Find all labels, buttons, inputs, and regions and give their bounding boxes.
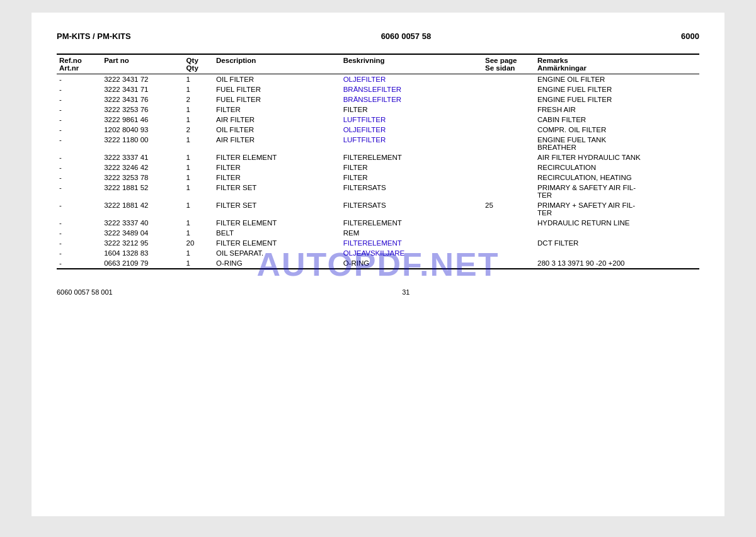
cell-qty: 1 bbox=[184, 105, 214, 115]
cell-dash: - bbox=[57, 115, 101, 125]
cell-qty: 1 bbox=[184, 258, 214, 269]
cell-dash: - bbox=[57, 172, 101, 183]
cell-qty: 1 bbox=[184, 200, 214, 218]
cell-description: OIL SEPARAT. bbox=[214, 248, 341, 258]
table-row: - 3222 3212 95 20 FILTER ELEMENT FILTERE… bbox=[57, 238, 699, 248]
cell-dash: - bbox=[57, 218, 101, 228]
table-row: - 3222 3431 72 1 OIL FILTER OLJEFILTER E… bbox=[57, 74, 699, 85]
cell-artno: 3222 3253 78 bbox=[101, 172, 183, 183]
table-row: - 3222 1881 42 1 FILTER SET FILTERSATS 2… bbox=[57, 200, 699, 218]
cell-description: FILTER bbox=[214, 105, 341, 115]
cell-beskrivning: FILTERSATS bbox=[341, 183, 483, 200]
table-row: - 3222 3246 42 1 FILTER FILTER RECIRCULA… bbox=[57, 162, 699, 172]
cell-description: FILTER SET bbox=[214, 183, 341, 200]
cell-description: FILTER ELEMENT bbox=[214, 238, 341, 248]
cell-qty: 1 bbox=[184, 228, 214, 238]
cell-qty: 1 bbox=[184, 248, 214, 258]
cell-seepage bbox=[483, 94, 535, 105]
cell-remarks bbox=[535, 248, 699, 258]
table-row: - 3222 3253 78 1 FILTER FILTER RECIRCULA… bbox=[57, 172, 699, 183]
cell-artno: 1202 8040 93 bbox=[101, 125, 183, 135]
table-row: - 3222 3337 40 1 FILTER ELEMENT FILTEREL… bbox=[57, 218, 699, 228]
cell-description: FILTER bbox=[214, 162, 341, 172]
cell-dash: - bbox=[57, 162, 101, 172]
cell-seepage bbox=[483, 115, 535, 125]
cell-artno: 1604 1328 83 bbox=[101, 248, 183, 258]
cell-seepage bbox=[483, 218, 535, 228]
cell-artno: 3222 1180 00 bbox=[101, 135, 183, 152]
cell-qty: 1 bbox=[184, 115, 214, 125]
cell-artno: 3222 3246 42 bbox=[101, 162, 183, 172]
cell-description: FILTER ELEMENT bbox=[214, 218, 341, 228]
cell-artno: 3222 3337 41 bbox=[101, 152, 183, 162]
cell-seepage bbox=[483, 84, 535, 94]
cell-dash: - bbox=[57, 74, 101, 85]
table-row: - 3222 3489 04 1 BELT REM bbox=[57, 228, 699, 238]
footer: 6060 0057 58 001 31 bbox=[57, 288, 699, 296]
cell-description: OIL FILTER bbox=[214, 125, 341, 135]
cell-seepage bbox=[483, 152, 535, 162]
cell-remarks: FRESH AIR bbox=[535, 105, 699, 115]
cell-dash: - bbox=[57, 135, 101, 152]
cell-seepage bbox=[483, 162, 535, 172]
table-row: - 3222 3431 76 2 FUEL FILTER BRÄNSLEFILT… bbox=[57, 94, 699, 105]
table-row: - 1202 8040 93 2 OIL FILTER OLJEFILTER C… bbox=[57, 125, 699, 135]
cell-artno: 3222 3212 95 bbox=[101, 238, 183, 248]
cell-remarks: 280 3 13 3971 90 -20 +200 bbox=[535, 258, 699, 269]
table-row: - 3222 3337 41 1 FILTER ELEMENT FILTEREL… bbox=[57, 152, 699, 162]
col-header-beskrivning: Beskrivning bbox=[341, 54, 483, 74]
cell-beskrivning: LUFTFILTER bbox=[341, 115, 483, 125]
cell-dash: - bbox=[57, 94, 101, 105]
table-row: - 0663 2109 79 1 O-RING O-RING 280 3 13 … bbox=[57, 258, 699, 269]
cell-beskrivning: FILTERELEMENT bbox=[341, 152, 483, 162]
cell-artno: 0663 2109 79 bbox=[101, 258, 183, 269]
cell-beskrivning: FILTER bbox=[341, 162, 483, 172]
footer-left: 6060 0057 58 001 bbox=[57, 288, 113, 296]
cell-remarks: COMPR. OIL FILTER bbox=[535, 125, 699, 135]
cell-description: FUEL FILTER bbox=[214, 84, 341, 94]
cell-description: BELT bbox=[214, 228, 341, 238]
cell-beskrivning: BRÄNSLEFILTER bbox=[341, 84, 483, 94]
cell-dash: - bbox=[57, 200, 101, 218]
cell-beskrivning: O-RING bbox=[341, 258, 483, 269]
cell-artno: 3222 3489 04 bbox=[101, 228, 183, 238]
col-header-refno: Ref.no Art.nr bbox=[57, 54, 101, 74]
cell-remarks: ENGINE OIL FILTER bbox=[535, 74, 699, 85]
cell-remarks bbox=[535, 228, 699, 238]
cell-remarks: HYDRAULIC RETURN LINE bbox=[535, 218, 699, 228]
table-row: - 3222 9861 46 1 AIR FILTER LUFTFILTER C… bbox=[57, 115, 699, 125]
cell-artno: 3222 1881 42 bbox=[101, 200, 183, 218]
cell-qty: 1 bbox=[184, 172, 214, 183]
header-title: PM-KITS / PM-KITS bbox=[57, 31, 131, 41]
cell-seepage bbox=[483, 183, 535, 200]
cell-qty: 1 bbox=[184, 162, 214, 172]
cell-beskrivning: REM bbox=[341, 228, 483, 238]
cell-remarks: DCT FILTER bbox=[535, 238, 699, 248]
header-number: 6000 bbox=[681, 31, 699, 41]
cell-dash: - bbox=[57, 105, 101, 115]
cell-description: O-RING bbox=[214, 258, 341, 269]
cell-qty: 2 bbox=[184, 125, 214, 135]
cell-dash: - bbox=[57, 125, 101, 135]
cell-seepage bbox=[483, 125, 535, 135]
cell-beskrivning: LUFTFILTER bbox=[341, 135, 483, 152]
cell-description: AIR FILTER bbox=[214, 135, 341, 152]
cell-qty: 1 bbox=[184, 135, 214, 152]
cell-qty: 2 bbox=[184, 94, 214, 105]
table-row: - 3222 3431 71 1 FUEL FILTER BRÄNSLEFILT… bbox=[57, 84, 699, 94]
cell-remarks: ENGINE FUEL TANKBREATHER bbox=[535, 135, 699, 152]
header: PM-KITS / PM-KITS 6060 0057 58 6000 bbox=[57, 31, 699, 41]
col-header-remarks: Remarks Anmärkningar bbox=[535, 54, 699, 74]
cell-artno: 3222 3431 76 bbox=[101, 94, 183, 105]
cell-beskrivning: FILTERELEMENT bbox=[341, 218, 483, 228]
cell-seepage bbox=[483, 172, 535, 183]
cell-artno: 3222 3337 40 bbox=[101, 218, 183, 228]
cell-seepage bbox=[483, 105, 535, 115]
cell-artno: 3222 3431 72 bbox=[101, 74, 183, 85]
cell-description: AIR FILTER bbox=[214, 115, 341, 125]
cell-seepage bbox=[483, 135, 535, 152]
cell-seepage bbox=[483, 238, 535, 248]
footer-center: 31 bbox=[402, 288, 410, 296]
cell-description: OIL FILTER bbox=[214, 74, 341, 85]
cell-description: FUEL FILTER bbox=[214, 94, 341, 105]
